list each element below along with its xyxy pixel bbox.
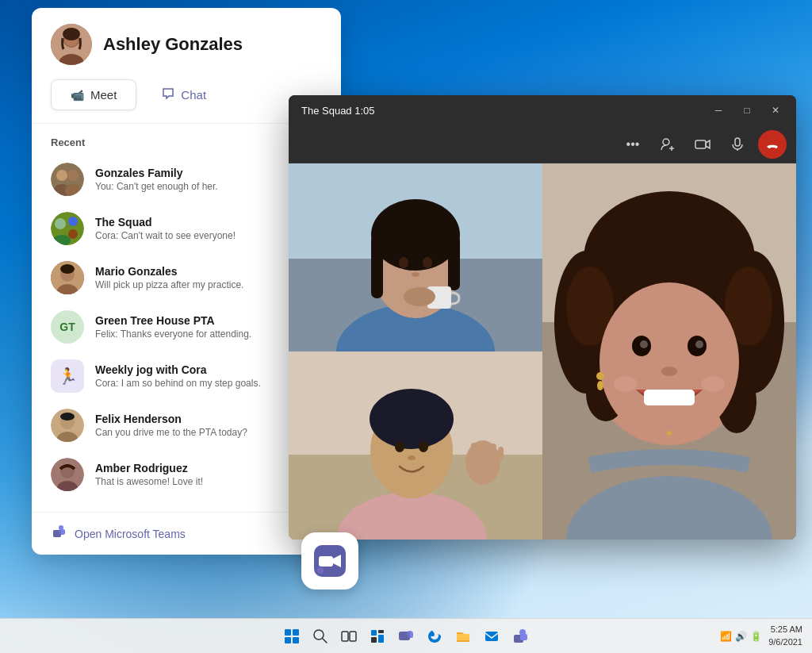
svg-rect-93 — [350, 632, 356, 641]
end-call-button[interactable] — [758, 130, 787, 159]
svg-rect-90 — [293, 637, 299, 643]
avatar — [51, 24, 92, 65]
add-people-button[interactable] — [653, 130, 682, 159]
window-controls: ─ □ ✕ — [707, 99, 787, 121]
tab-meet-label: Meet — [90, 88, 117, 102]
mario-avatar — [51, 261, 84, 294]
video-cell-waving-man — [289, 351, 542, 540]
task-view-button[interactable] — [337, 624, 361, 648]
start-button[interactable] — [280, 624, 304, 648]
svg-rect-55 — [490, 444, 496, 459]
svg-point-18 — [60, 264, 75, 274]
svg-rect-56 — [498, 447, 504, 459]
teams-icon — [312, 544, 347, 578]
svg-point-6 — [56, 170, 67, 181]
network-icon: 📶 — [720, 631, 732, 642]
list-item[interactable]: The Squad Cora: Can't wait to see everyo… — [51, 204, 322, 253]
gonzales-family-avatar — [51, 163, 84, 196]
video-toolbar: ••• — [289, 125, 796, 163]
svg-point-80 — [701, 376, 725, 392]
svg-point-44 — [423, 257, 432, 268]
minimize-button[interactable]: ─ — [707, 99, 730, 121]
user-info: Ashley Gonzales — [51, 24, 322, 65]
more-options-button[interactable]: ••• — [619, 130, 647, 159]
video-window: The Squad 1:05 ─ □ ✕ ••• — [289, 95, 796, 540]
systray: 📶 🔊 🔋 — [720, 631, 762, 642]
file-explorer-button[interactable] — [451, 624, 475, 648]
svg-point-72 — [599, 282, 739, 441]
svg-point-79 — [614, 376, 638, 392]
svg-rect-105 — [520, 634, 527, 640]
tab-meet[interactable]: 📹 Meet — [51, 79, 136, 110]
svg-rect-31 — [695, 140, 706, 148]
svg-point-22 — [60, 413, 75, 421]
svg-rect-78 — [644, 390, 695, 405]
user-avatar-image — [51, 24, 92, 65]
video-title: The Squad 1:05 — [301, 105, 375, 117]
chat-icon — [162, 87, 174, 102]
svg-point-81 — [596, 372, 604, 380]
chat-taskbar-button[interactable] — [394, 624, 418, 648]
open-teams-label: Open Microsoft Teams — [75, 528, 186, 540]
list-item[interactable]: Mario Gonzales Will pick up pizza after … — [51, 253, 322, 302]
svg-point-7 — [67, 170, 79, 181]
svg-point-77 — [661, 367, 677, 376]
list-item[interactable]: 🏃 Weekly jog with Cora Cora: I am so beh… — [51, 351, 322, 401]
felix-avatar — [51, 409, 84, 442]
svg-rect-38 — [371, 235, 383, 298]
search-button[interactable] — [308, 624, 332, 648]
svg-point-50 — [370, 389, 454, 449]
svg-point-82 — [597, 381, 603, 390]
svg-rect-96 — [371, 637, 377, 643]
svg-rect-95 — [378, 630, 384, 633]
maximize-button[interactable]: □ — [736, 99, 758, 121]
camera-button[interactable] — [688, 130, 717, 159]
taskbar-center — [280, 624, 532, 648]
battery-icon: 🔋 — [750, 631, 762, 642]
svg-point-76 — [695, 340, 703, 348]
svg-point-57 — [395, 441, 404, 452]
taskbar: 📶 🔊 🔋 5:25 AM 9/6/2021 — [0, 618, 812, 653]
taskbar-right: 📶 🔊 🔋 5:25 AM 9/6/2021 — [720, 624, 802, 648]
user-name: Ashley Gonzales — [103, 34, 243, 55]
svg-rect-102 — [485, 632, 498, 641]
list-item[interactable]: Felix Henderson Can you drive me to the … — [51, 401, 322, 450]
svg-rect-87 — [285, 629, 291, 636]
video-cell-coffee-woman — [289, 163, 542, 351]
tab-chat-label: Chat — [181, 88, 206, 102]
close-button[interactable]: ✕ — [764, 99, 787, 121]
svg-rect-88 — [293, 629, 299, 636]
svg-point-11 — [55, 218, 66, 229]
teams-logo-icon — [51, 524, 67, 544]
svg-point-42 — [404, 287, 435, 306]
svg-point-91 — [314, 630, 324, 640]
svg-point-43 — [399, 257, 408, 268]
svg-rect-101 — [399, 632, 410, 640]
mail-button[interactable] — [480, 624, 504, 648]
video-icon: 📹 — [71, 89, 84, 102]
widgets-button[interactable] — [366, 624, 389, 648]
weekly-avatar: 🏃 — [51, 359, 84, 393]
svg-point-45 — [412, 272, 419, 277]
list-item[interactable]: Gonzales Family You: Can't get enough of… — [51, 155, 322, 204]
gt-avatar: GT — [51, 310, 84, 344]
list-item[interactable]: Amber Rodriguez That is awesome! Love it… — [51, 450, 322, 499]
svg-point-86 — [317, 567, 324, 574]
amber-avatar — [51, 458, 84, 491]
svg-point-83 — [667, 431, 672, 436]
svg-rect-39 — [448, 235, 460, 290]
tab-chat[interactable]: Chat — [143, 79, 225, 110]
edge-button[interactable] — [423, 624, 446, 648]
teams-app-icon[interactable] — [301, 532, 358, 590]
svg-rect-40 — [352, 322, 479, 351]
microphone-button[interactable] — [723, 130, 752, 159]
list-item[interactable]: GT Green Tree House PTA Felix: Thanks ev… — [51, 302, 322, 351]
video-titlebar: The Squad 1:05 ─ □ ✕ — [289, 95, 796, 125]
svg-point-59 — [408, 455, 416, 460]
teams-taskbar-button[interactable] — [508, 624, 532, 648]
taskbar-clock: 5:25 AM 9/6/2021 — [768, 624, 802, 648]
svg-rect-85 — [319, 556, 333, 567]
video-cell-smiling-woman — [542, 163, 796, 540]
tabs: 📹 Meet Chat — [51, 79, 322, 110]
svg-point-4 — [63, 28, 80, 40]
